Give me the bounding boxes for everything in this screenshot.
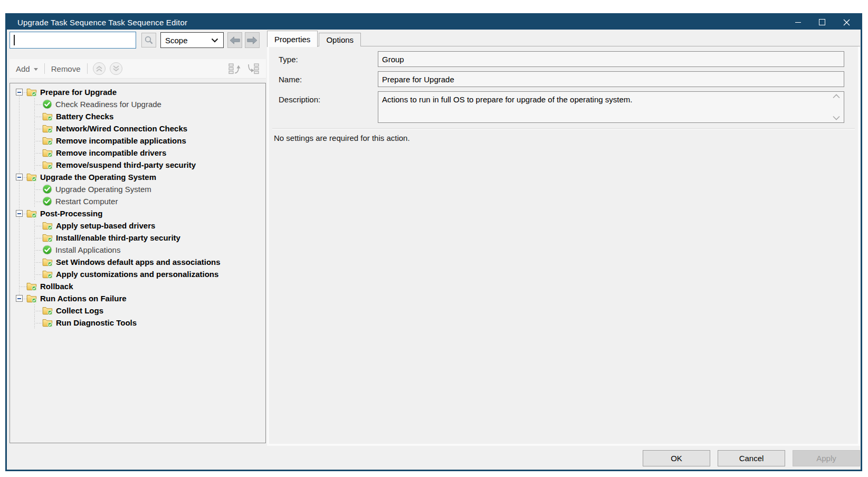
search-button[interactable]: [141, 33, 156, 47]
description-field[interactable]: Actions to run in full OS to prepare for…: [378, 91, 844, 123]
tree-connector: [10, 147, 42, 159]
tree-item-label: Run Actions on Failure: [40, 292, 127, 304]
arrow-left-icon: [230, 36, 240, 44]
maximize-icon: [819, 19, 825, 25]
apply-button[interactable]: Apply: [793, 450, 860, 466]
apply-button-label: Apply: [816, 454, 836, 463]
tree-connector: [10, 220, 42, 232]
tree-item-label: Install/enable third-party security: [56, 232, 180, 244]
minimize-icon: [795, 22, 801, 23]
tree-step-row[interactable]: Remove incompatible applications: [10, 135, 265, 147]
minimize-button[interactable]: [786, 15, 810, 30]
tree-item-label: Remove incompatible drivers: [56, 147, 166, 159]
tree-step-row[interactable]: Battery Checks: [10, 110, 265, 122]
remove-button[interactable]: Remove: [48, 64, 84, 73]
tree-step-row[interactable]: Restart Computer: [10, 195, 265, 207]
tab-properties[interactable]: Properties: [267, 31, 318, 47]
tree-item-label: Check Readiness for Upgrade: [55, 98, 161, 110]
find-next-button[interactable]: [245, 32, 260, 48]
tree-group-row[interactable]: Run Actions on Failure: [10, 292, 265, 304]
find-previous-button[interactable]: [227, 32, 242, 48]
tree-connector: [10, 256, 42, 268]
name-field[interactable]: Prepare for Upgrade: [378, 71, 844, 87]
tab-options[interactable]: Options: [319, 33, 361, 46]
tree-step-row[interactable]: Network/Wired Connection Checks: [10, 122, 265, 135]
tree-group-row[interactable]: Post-Processing: [10, 207, 265, 220]
tree-connector: [23, 207, 26, 220]
tree-step-row[interactable]: Apply setup-based drivers: [10, 220, 265, 232]
title-bar[interactable]: Upgrade Task Sequence Task Sequence Edit…: [7, 15, 861, 30]
window-title: Upgrade Task Sequence Task Sequence Edit…: [17, 18, 187, 27]
tree-connector: [10, 110, 42, 122]
tree-step-row[interactable]: Set Windows default apps and association…: [10, 256, 265, 268]
remove-button-label: Remove: [51, 64, 81, 73]
type-field[interactable]: Group: [378, 51, 844, 67]
success-check-icon: [42, 196, 52, 206]
folder-icon: [42, 160, 53, 169]
folder-icon: [42, 270, 53, 279]
scroll-up-icon[interactable]: [832, 94, 841, 99]
search-input[interactable]: [9, 32, 136, 49]
collapse-expander-icon[interactable]: [16, 210, 23, 217]
cancel-button[interactable]: Cancel: [718, 450, 785, 466]
cancel-button-label: Cancel: [739, 454, 764, 463]
description-field-value: Actions to run in full OS to prepare for…: [382, 94, 632, 104]
tree-connector: [23, 86, 26, 98]
tree-connector: [10, 122, 42, 135]
window-controls: [786, 15, 859, 30]
move-down-button[interactable]: [109, 62, 123, 75]
tree-item-label: Apply setup-based drivers: [56, 220, 155, 232]
tree-step-row[interactable]: Install/enable third-party security: [10, 232, 265, 244]
scope-dropdown-value: Scope: [165, 36, 188, 45]
move-up-button[interactable]: [92, 62, 106, 75]
move-step-in-button[interactable]: [244, 62, 262, 75]
add-button[interactable]: Add: [13, 64, 41, 73]
tree-group-row[interactable]: Prepare for Upgrade: [10, 86, 265, 98]
folder-icon: [42, 257, 53, 266]
tree-step-row[interactable]: Check Readiness for Upgrade: [10, 98, 265, 110]
list-curved-arrow-up-icon: [227, 62, 242, 75]
name-label: Name:: [279, 75, 302, 84]
tab-strip: Properties Options: [267, 31, 361, 46]
tree-connector: [10, 280, 26, 292]
tree-step-row[interactable]: Run Diagnostic Tools: [10, 317, 265, 329]
scroll-down-icon[interactable]: [832, 116, 841, 120]
tree-item-label: Install Applications: [55, 244, 120, 256]
add-button-label: Add: [16, 64, 30, 73]
tree-item-label: Network/Wired Connection Checks: [56, 122, 187, 135]
description-scrollbar[interactable]: [831, 94, 842, 120]
maximize-button[interactable]: [810, 15, 834, 30]
task-sequence-tree[interactable]: Prepare for UpgradeCheck Readiness for U…: [9, 83, 266, 443]
tree-step-row[interactable]: Collect Logs: [10, 304, 265, 317]
close-button[interactable]: [834, 15, 859, 30]
tree-item-label: Battery Checks: [56, 110, 113, 122]
collapse-expander-icon[interactable]: [16, 89, 23, 96]
folder-icon: [42, 318, 53, 327]
tree-item-label: Remove incompatible applications: [56, 135, 186, 147]
tree-connector: [10, 232, 42, 244]
tree-group-row[interactable]: Rollback: [10, 280, 265, 292]
move-step-out-button[interactable]: [226, 62, 244, 75]
ok-button[interactable]: OK: [643, 450, 710, 466]
arrow-right-icon: [247, 36, 257, 44]
tree-step-row[interactable]: Install Applications: [10, 244, 265, 256]
scope-dropdown[interactable]: Scope: [160, 32, 224, 48]
chevron-down-icon: [34, 68, 38, 71]
section-divider: [272, 128, 855, 129]
tree-group-row[interactable]: Upgrade the Operating System: [10, 171, 265, 183]
tree-item-label: Collect Logs: [56, 304, 103, 317]
folder-icon: [26, 88, 37, 97]
tree-connector: [10, 195, 42, 207]
tree-item-label: Set Windows default apps and association…: [56, 256, 221, 268]
collapse-expander-icon[interactable]: [16, 295, 23, 302]
tree-item-label: Run Diagnostic Tools: [56, 317, 137, 329]
folder-icon: [42, 233, 53, 242]
tree-item-label: Upgrade the Operating System: [40, 171, 156, 183]
tree-step-row[interactable]: Remove incompatible drivers: [10, 147, 265, 159]
tree-item-label: Post-Processing: [40, 207, 102, 220]
tree-step-row[interactable]: Upgrade Operating System: [10, 183, 265, 195]
tree-step-row[interactable]: Remove/suspend third-party security: [10, 159, 265, 171]
folder-icon: [42, 306, 53, 315]
tree-step-row[interactable]: Apply customizations and personalization…: [10, 268, 265, 280]
collapse-expander-icon[interactable]: [16, 174, 23, 180]
